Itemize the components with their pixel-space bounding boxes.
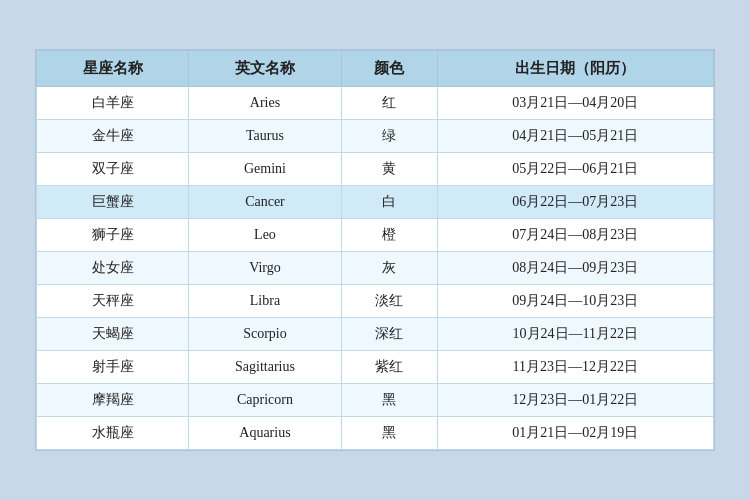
cell-dates: 03月21日—04月20日 (437, 87, 713, 120)
cell-english-name: Libra (189, 285, 341, 318)
cell-color: 红 (341, 87, 437, 120)
cell-dates: 09月24日—10月23日 (437, 285, 713, 318)
cell-chinese-name: 双子座 (37, 153, 189, 186)
cell-english-name: Leo (189, 219, 341, 252)
cell-color: 绿 (341, 120, 437, 153)
header-english-name: 英文名称 (189, 51, 341, 87)
zodiac-table-container: 星座名称 英文名称 颜色 出生日期（阳历） 白羊座Aries红03月21日—04… (35, 49, 715, 451)
table-row: 射手座Sagittarius紫红11月23日—12月22日 (37, 351, 714, 384)
table-row: 天蝎座Scorpio深红10月24日—11月22日 (37, 318, 714, 351)
cell-chinese-name: 金牛座 (37, 120, 189, 153)
cell-chinese-name: 天蝎座 (37, 318, 189, 351)
header-dates: 出生日期（阳历） (437, 51, 713, 87)
cell-chinese-name: 白羊座 (37, 87, 189, 120)
cell-dates: 06月22日—07月23日 (437, 186, 713, 219)
cell-chinese-name: 狮子座 (37, 219, 189, 252)
table-row: 狮子座Leo橙07月24日—08月23日 (37, 219, 714, 252)
cell-color: 黑 (341, 384, 437, 417)
table-row: 白羊座Aries红03月21日—04月20日 (37, 87, 714, 120)
cell-color: 深红 (341, 318, 437, 351)
table-row: 金牛座Taurus绿04月21日—05月21日 (37, 120, 714, 153)
cell-dates: 12月23日—01月22日 (437, 384, 713, 417)
cell-color: 紫红 (341, 351, 437, 384)
cell-english-name: Aries (189, 87, 341, 120)
cell-chinese-name: 射手座 (37, 351, 189, 384)
cell-chinese-name: 天秤座 (37, 285, 189, 318)
cell-english-name: Gemini (189, 153, 341, 186)
cell-color: 黄 (341, 153, 437, 186)
cell-english-name: Capricorn (189, 384, 341, 417)
table-row: 双子座Gemini黄05月22日—06月21日 (37, 153, 714, 186)
table-row: 摩羯座Capricorn黑12月23日—01月22日 (37, 384, 714, 417)
cell-chinese-name: 处女座 (37, 252, 189, 285)
table-row: 处女座Virgo灰08月24日—09月23日 (37, 252, 714, 285)
table-row: 天秤座Libra淡红09月24日—10月23日 (37, 285, 714, 318)
cell-dates: 11月23日—12月22日 (437, 351, 713, 384)
cell-english-name: Taurus (189, 120, 341, 153)
zodiac-table: 星座名称 英文名称 颜色 出生日期（阳历） 白羊座Aries红03月21日—04… (36, 50, 714, 450)
cell-dates: 08月24日—09月23日 (437, 252, 713, 285)
table-header-row: 星座名称 英文名称 颜色 出生日期（阳历） (37, 51, 714, 87)
cell-chinese-name: 摩羯座 (37, 384, 189, 417)
header-chinese-name: 星座名称 (37, 51, 189, 87)
cell-english-name: Sagittarius (189, 351, 341, 384)
cell-english-name: Aquarius (189, 417, 341, 450)
cell-dates: 07月24日—08月23日 (437, 219, 713, 252)
cell-dates: 04月21日—05月21日 (437, 120, 713, 153)
cell-chinese-name: 水瓶座 (37, 417, 189, 450)
cell-color: 黑 (341, 417, 437, 450)
cell-chinese-name: 巨蟹座 (37, 186, 189, 219)
cell-color: 白 (341, 186, 437, 219)
cell-english-name: Cancer (189, 186, 341, 219)
cell-color: 淡红 (341, 285, 437, 318)
cell-english-name: Virgo (189, 252, 341, 285)
table-row: 巨蟹座Cancer白06月22日—07月23日 (37, 186, 714, 219)
cell-dates: 10月24日—11月22日 (437, 318, 713, 351)
table-row: 水瓶座Aquarius黑01月21日—02月19日 (37, 417, 714, 450)
cell-color: 橙 (341, 219, 437, 252)
cell-dates: 01月21日—02月19日 (437, 417, 713, 450)
cell-color: 灰 (341, 252, 437, 285)
cell-dates: 05月22日—06月21日 (437, 153, 713, 186)
cell-english-name: Scorpio (189, 318, 341, 351)
table-body: 白羊座Aries红03月21日—04月20日金牛座Taurus绿04月21日—0… (37, 87, 714, 450)
header-color: 颜色 (341, 51, 437, 87)
